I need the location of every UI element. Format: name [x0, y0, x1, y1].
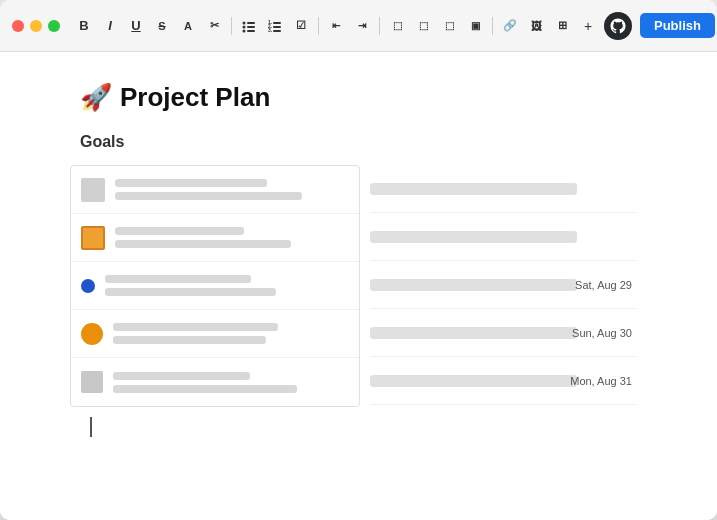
bold-button[interactable]: B	[72, 14, 96, 38]
svg-point-0	[243, 21, 246, 24]
add-button[interactable]: +	[576, 14, 600, 38]
bullet-list-button[interactable]	[237, 14, 261, 38]
text-cursor	[90, 417, 98, 437]
svg-point-2	[243, 25, 246, 28]
maximize-button[interactable]	[48, 20, 60, 32]
task-icon-gray-square	[81, 178, 105, 202]
gantt-row-3: Sat, Aug 29	[370, 261, 637, 309]
svg-rect-9	[273, 26, 281, 28]
page-title: 🚀 Project Plan	[80, 82, 637, 113]
image-button[interactable]: 🖼	[524, 14, 548, 38]
svg-rect-5	[247, 30, 255, 32]
cursor-indicator	[90, 417, 637, 438]
task-line-1	[113, 372, 250, 380]
task-icon-blue-dot	[81, 279, 95, 293]
task-row[interactable]	[71, 166, 359, 214]
separator-4	[492, 17, 493, 35]
toolbar: B I U S A ✂ 1.2.3. ☑ ⇤ ⇥ ⬚ ⬚ ⬚ ▣ 🔗	[72, 12, 717, 40]
page-title-text: Project Plan	[120, 82, 270, 113]
scissors-button[interactable]: ✂	[202, 14, 226, 38]
gantt-area: Sat, Aug 29 Sun, Aug 30 Mon, Aug 31	[360, 165, 637, 407]
date-label-1: Sat, Aug 29	[575, 279, 632, 291]
task-content	[113, 372, 349, 393]
task-line-1	[105, 275, 251, 283]
align-left-button[interactable]: ⬚	[385, 14, 409, 38]
task-line-2	[115, 192, 302, 200]
task-line-1	[113, 323, 278, 331]
separator-3	[379, 17, 380, 35]
numbered-list-button[interactable]: 1.2.3.	[263, 14, 287, 38]
svg-text:3.: 3.	[268, 27, 273, 33]
separator-2	[318, 17, 319, 35]
publish-button[interactable]: Publish	[640, 13, 715, 38]
page-emoji: 🚀	[80, 82, 112, 113]
title-bar: B I U S A ✂ 1.2.3. ☑ ⇤ ⇥ ⬚ ⬚ ⬚ ▣ 🔗	[0, 0, 717, 52]
svg-rect-3	[247, 26, 255, 28]
task-list	[70, 165, 360, 407]
align-right-button[interactable]: ⬚	[437, 14, 461, 38]
editor[interactable]: 🚀 Project Plan Goals	[0, 52, 717, 520]
gantt-bar-2	[370, 231, 577, 243]
gantt-bar-3	[370, 279, 577, 291]
task-line-2	[105, 288, 276, 296]
svg-rect-7	[273, 22, 281, 24]
traffic-lights	[12, 20, 60, 32]
task-icon-orange-dot	[81, 323, 103, 345]
gantt-bar-4	[370, 327, 577, 339]
task-icon-orange-square	[81, 226, 105, 250]
task-line-1	[115, 227, 244, 235]
text-color-button[interactable]: A	[176, 14, 200, 38]
task-row[interactable]	[71, 310, 359, 358]
date-label-3: Mon, Aug 31	[570, 375, 632, 387]
gantt-bar-1	[370, 183, 577, 195]
strikethrough-button[interactable]: S	[150, 14, 174, 38]
github-icon	[604, 12, 632, 40]
publish-area: Publish ···	[604, 12, 717, 40]
task-row[interactable]	[71, 214, 359, 262]
date-label-2: Sun, Aug 30	[572, 327, 632, 339]
task-line-1	[115, 179, 267, 187]
content-area: 🚀 Project Plan Goals	[0, 52, 717, 520]
block-button[interactable]: ▣	[463, 14, 487, 38]
svg-rect-1	[247, 22, 255, 24]
minimize-button[interactable]	[30, 20, 42, 32]
table-button[interactable]: ⊞	[550, 14, 574, 38]
task-row[interactable]	[71, 262, 359, 310]
checklist-button[interactable]: ☑	[289, 14, 313, 38]
gantt-row-2	[370, 213, 637, 261]
task-line-2	[113, 336, 266, 344]
task-container: Sat, Aug 29 Sun, Aug 30 Mon, Aug 31	[70, 165, 637, 407]
section-title: Goals	[80, 133, 637, 151]
separator-1	[231, 17, 232, 35]
task-row[interactable]	[71, 358, 359, 406]
gantt-row-1	[370, 165, 637, 213]
link-button[interactable]: 🔗	[498, 14, 522, 38]
close-button[interactable]	[12, 20, 24, 32]
task-line-2	[113, 385, 297, 393]
app-window: B I U S A ✂ 1.2.3. ☑ ⇤ ⇥ ⬚ ⬚ ⬚ ▣ 🔗	[0, 0, 717, 520]
task-content	[115, 179, 349, 200]
italic-button[interactable]: I	[98, 14, 122, 38]
gantt-row-4: Sun, Aug 30	[370, 309, 637, 357]
align-center-button[interactable]: ⬚	[411, 14, 435, 38]
gantt-row-5: Mon, Aug 31	[370, 357, 637, 405]
task-content	[115, 227, 349, 248]
svg-rect-11	[273, 30, 281, 32]
task-icon-gray-square-2	[81, 371, 103, 393]
underline-button[interactable]: U	[124, 14, 148, 38]
gantt-bar-5	[370, 375, 577, 387]
task-content	[105, 275, 349, 296]
task-content	[113, 323, 349, 344]
task-line-2	[115, 240, 291, 248]
indent-button[interactable]: ⇥	[350, 14, 374, 38]
svg-point-4	[243, 29, 246, 32]
outdent-button[interactable]: ⇤	[324, 14, 348, 38]
